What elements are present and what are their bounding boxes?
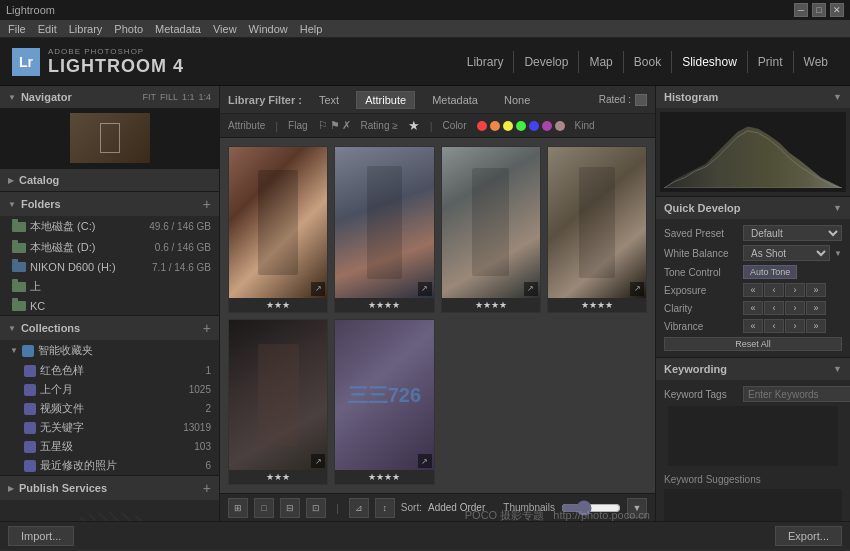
color-blue[interactable] [529,121,539,131]
zoom-out-button[interactable]: ▼ [627,498,647,518]
publish-add-button[interactable]: + [203,481,211,495]
menu-photo[interactable]: Photo [114,23,143,35]
reset-all-button[interactable]: Reset All [664,337,842,351]
menu-view[interactable]: View [213,23,237,35]
nav-fit[interactable]: FIT [142,92,156,102]
tab-develop[interactable]: Develop [514,51,579,73]
exposure-inc[interactable]: › [785,283,805,297]
collection-child-month[interactable]: 上个月 1025 [0,380,219,399]
histogram-area [660,112,846,192]
color-yellow[interactable] [503,121,513,131]
clarity-dec[interactable]: ‹ [764,301,784,315]
filter-tab-text[interactable]: Text [310,91,348,109]
color-orange[interactable] [490,121,500,131]
menu-edit[interactable]: Edit [38,23,57,35]
color-purple[interactable] [542,121,552,131]
quick-develop-header[interactable]: Quick Develop ▼ [656,197,850,219]
rating-stars[interactable]: ★ [408,118,420,133]
collection-child-red[interactable]: 红色色样 1 [0,361,219,380]
white-balance-select[interactable]: As Shot [743,245,830,261]
catalog-header[interactable]: ▶ Catalog [0,169,219,191]
menu-file[interactable]: File [8,23,26,35]
nav-fill[interactable]: FILL [160,92,178,102]
folder-item-kc[interactable]: KC [0,297,219,315]
compare-view-button[interactable]: ⊟ [280,498,300,518]
exposure-inc-large[interactable]: » [806,283,826,297]
vibrance-dec-large[interactable]: « [743,319,763,333]
nav-1-1[interactable]: 1:1 [182,92,195,102]
tab-map[interactable]: Map [579,51,623,73]
photo-cell-3[interactable]: ↗ ★★★★ [441,146,541,313]
folder-name-d: 本地磁盘 (D:) [30,240,151,255]
photo-cell-4[interactable]: ↗ ★★★★ [547,146,647,313]
vibrance-inc-large[interactable]: » [806,319,826,333]
photo-cell-2[interactable]: ↗ ★★★★ [334,146,434,313]
maximize-button[interactable]: □ [812,3,826,17]
tab-book[interactable]: Book [624,51,672,73]
menu-window[interactable]: Window [249,23,288,35]
close-button[interactable]: ✕ [830,3,844,17]
filter-tab-none[interactable]: None [495,91,539,109]
grid-view-button[interactable]: ⊞ [228,498,248,518]
filter-tab-metadata[interactable]: Metadata [423,91,487,109]
nav-1-4[interactable]: 1:4 [198,92,211,102]
folder-item-c[interactable]: 本地磁盘 (C:) 49.6 / 146 GB [0,216,219,237]
menu-help[interactable]: Help [300,23,323,35]
color-pink[interactable] [555,121,565,131]
folders-header[interactable]: ▼ Folders + [0,192,219,216]
filter-button[interactable]: ⊿ [349,498,369,518]
auto-tone-button[interactable]: Auto Tone [743,265,797,279]
tab-library[interactable]: Library [457,51,515,73]
sort-order-button[interactable]: ↕ [375,498,395,518]
collection-child-nokw[interactable]: 无关键字 13019 [0,418,219,437]
folder-item-up[interactable]: 上 [0,276,219,297]
histogram-header[interactable]: Histogram ▼ [656,86,850,108]
collections-header[interactable]: ▼ Collections + [0,316,219,340]
tab-print[interactable]: Print [748,51,794,73]
clarity-inc[interactable]: › [785,301,805,315]
photo-cell-5[interactable]: ↗ ★★★ [228,319,328,486]
collection-parent-smart[interactable]: ▼ 智能收藏夹 [0,340,219,361]
import-button[interactable]: Import... [8,526,74,546]
flag-any[interactable]: ⚐ [318,119,328,132]
collection-child-5star[interactable]: 五星级 103 [0,437,219,456]
exposure-dec[interactable]: ‹ [764,283,784,297]
flag-flagged[interactable]: ⚑ [330,119,340,132]
clarity-inc-large[interactable]: » [806,301,826,315]
keywording-title: Keywording [664,363,727,375]
publish-services-header[interactable]: ▶ Publish Services + [0,476,219,500]
minimize-button[interactable]: ─ [794,3,808,17]
folders-add-button[interactable]: + [203,197,211,211]
right-panel: Histogram ▼ [655,86,850,521]
folder-item-h[interactable]: NIKON D600 (H:) 7.1 / 14.6 GB [0,258,219,276]
navigator-header[interactable]: ▼ Navigator FIT FILL 1:1 1:4 [0,86,219,108]
survey-view-button[interactable]: ⊡ [306,498,326,518]
vibrance-buttons: « ‹ › » [743,319,826,333]
color-red[interactable] [477,121,487,131]
flag-rejected[interactable]: ✗ [342,119,351,132]
collection-child-name-recent: 最近修改的照片 [40,458,201,473]
collections-add-button[interactable]: + [203,321,211,335]
saved-preset-select[interactable]: Default [743,225,842,241]
exposure-dec-large[interactable]: « [743,283,763,297]
filter-tab-attribute[interactable]: Attribute [356,91,415,109]
export-button[interactable]: Export... [775,526,842,546]
menu-library[interactable]: Library [69,23,103,35]
rated-dropdown[interactable] [635,94,647,106]
menu-metadata[interactable]: Metadata [155,23,201,35]
collection-child-recent[interactable]: 最近修改的照片 6 [0,456,219,475]
clarity-dec-large[interactable]: « [743,301,763,315]
vibrance-dec[interactable]: ‹ [764,319,784,333]
tab-web[interactable]: Web [794,51,838,73]
thumbnails-slider[interactable] [561,500,621,516]
collection-child-video[interactable]: 视频文件 2 [0,399,219,418]
tab-slideshow[interactable]: Slideshow [672,51,748,73]
keywording-header[interactable]: Keywording ▼ [656,358,850,380]
color-green[interactable] [516,121,526,131]
vibrance-inc[interactable]: › [785,319,805,333]
photo-cell-1[interactable]: ↗ ★★★ [228,146,328,313]
photo-cell-6[interactable]: 三三726 ↗ ★★★★ [334,319,434,486]
folder-item-d[interactable]: 本地磁盘 (D:) 0.6 / 146 GB [0,237,219,258]
loupe-view-button[interactable]: □ [254,498,274,518]
keyword-tags-input[interactable] [743,386,850,402]
